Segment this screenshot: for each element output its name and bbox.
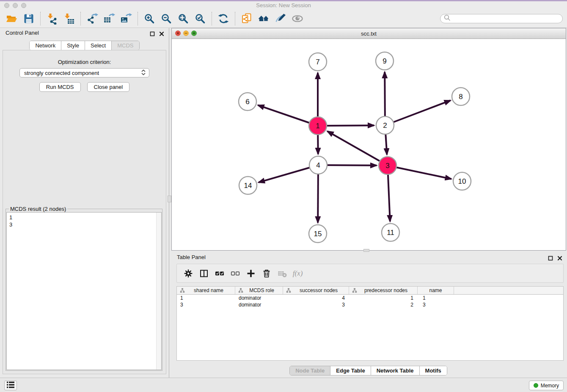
- table-cell[interactable]: 3: [177, 302, 235, 308]
- columns-button[interactable]: [196, 265, 212, 282]
- graph-node-4[interactable]: 4: [309, 156, 327, 174]
- clone-network-button[interactable]: [238, 11, 255, 27]
- deselect-all-button[interactable]: [227, 265, 243, 282]
- graph-node-10[interactable]: 10: [453, 172, 471, 190]
- export-image-button[interactable]: [118, 11, 135, 27]
- vertical-splitter-handle[interactable]: [168, 196, 171, 202]
- maximize-window-button[interactable]: [21, 3, 26, 8]
- tab-style[interactable]: Style: [61, 41, 85, 50]
- svg-text:4: 4: [316, 161, 320, 169]
- column-header-successor-nodes[interactable]: successor nodes: [283, 287, 349, 294]
- zoom-out-button[interactable]: [158, 11, 175, 27]
- graph-node-2[interactable]: 2: [376, 116, 394, 134]
- network-zoom-icon[interactable]: [191, 30, 197, 36]
- graph-node-9[interactable]: 9: [376, 52, 394, 70]
- tab-network[interactable]: Network: [30, 41, 61, 50]
- tab-network-table[interactable]: Network Table: [371, 366, 420, 375]
- zoom-selected-button[interactable]: [192, 11, 209, 27]
- memory-button[interactable]: Memory: [529, 381, 564, 390]
- tab-select[interactable]: Select: [85, 41, 112, 50]
- export-table-button[interactable]: [101, 11, 118, 27]
- task-history-button[interactable]: [4, 381, 17, 390]
- mcds-result-textarea[interactable]: 1 3: [6, 212, 162, 370]
- run-mcds-button[interactable]: Run MCDS: [39, 82, 81, 92]
- zoom-fit-icon: [177, 13, 189, 25]
- svg-text:15: 15: [314, 230, 322, 238]
- search-input[interactable]: [451, 15, 562, 22]
- table-row[interactable]: 1dominator411: [177, 295, 563, 301]
- graph-edge-3-1[interactable]: [328, 131, 388, 166]
- table-cell[interactable]: 1: [349, 295, 418, 301]
- minimize-window-button[interactable]: [13, 3, 18, 8]
- zoom-in-icon: [143, 13, 155, 25]
- gear-button[interactable]: [180, 265, 196, 282]
- column-header-shared-name[interactable]: shared name: [177, 287, 235, 294]
- network-close-icon[interactable]: [175, 30, 181, 36]
- graph-node-11[interactable]: 11: [382, 224, 399, 241]
- tab-edge-table[interactable]: Edge Table: [330, 366, 371, 375]
- close-window-button[interactable]: [4, 3, 9, 8]
- open-folder-button[interactable]: [3, 11, 20, 27]
- eye-button[interactable]: [289, 11, 306, 27]
- graph-edge-3-10[interactable]: [388, 166, 451, 179]
- graph-node-1[interactable]: 1: [309, 117, 327, 135]
- search-box[interactable]: [440, 14, 563, 23]
- network-window-titlebar[interactable]: scc.txt: [172, 28, 566, 39]
- column-header-predecessor-nodes[interactable]: predecessor nodes: [349, 287, 418, 294]
- table-row[interactable]: 3dominator323: [177, 301, 563, 308]
- table-cell[interactable]: 4: [283, 295, 349, 301]
- table-cell[interactable]: 3: [418, 302, 454, 308]
- home-button[interactable]: [255, 11, 272, 27]
- delete-row-button[interactable]: [259, 265, 274, 282]
- table-cell[interactable]: 1: [418, 295, 454, 301]
- export-network-button[interactable]: [84, 11, 101, 27]
- graph-node-8[interactable]: 8: [452, 88, 470, 105]
- graph-node-6[interactable]: 6: [239, 93, 256, 110]
- column-type-icon: [238, 288, 243, 293]
- column-header-MCDS-role[interactable]: MCDS role: [235, 287, 283, 294]
- zoom-fit-button[interactable]: [175, 11, 192, 27]
- svg-text:3: 3: [385, 162, 389, 170]
- network-canvas[interactable]: 7968124314101511: [172, 39, 566, 250]
- memory-status-icon: [534, 383, 538, 388]
- close-panel-button[interactable]: Close panel: [87, 82, 130, 92]
- float-panel-icon[interactable]: [149, 31, 155, 37]
- graph-node-7[interactable]: 7: [309, 53, 327, 71]
- delete-table-button[interactable]: [274, 265, 290, 282]
- close-panel-icon[interactable]: [159, 31, 165, 37]
- table-panel-buttons: [548, 255, 563, 261]
- graph-node-14[interactable]: 14: [239, 177, 257, 194]
- column-header-name[interactable]: name: [418, 287, 454, 294]
- result-scrollbar[interactable]: [156, 213, 161, 370]
- table-cell[interactable]: dominator: [235, 302, 283, 308]
- network-minimize-icon[interactable]: [183, 30, 189, 36]
- graph-node-15[interactable]: 15: [309, 225, 327, 243]
- function-icon: f(x): [293, 269, 303, 278]
- select-all-button[interactable]: [212, 265, 227, 282]
- delete-row-icon: [262, 269, 271, 278]
- tab-mcds[interactable]: MCDS: [112, 41, 139, 50]
- import-table-button[interactable]: [61, 11, 77, 27]
- table-cell[interactable]: 3: [283, 302, 349, 308]
- tab-node-table[interactable]: Node Table: [290, 366, 330, 375]
- table-header-row: shared nameMCDS rolesuccessor nodesprede…: [177, 287, 563, 295]
- table-cell[interactable]: 1: [177, 295, 235, 301]
- table-cell[interactable]: dominator: [235, 295, 283, 301]
- float-table-panel-icon[interactable]: [548, 255, 553, 261]
- import-network-button[interactable]: [44, 11, 61, 27]
- tab-motifs[interactable]: Motifs: [420, 366, 447, 375]
- toolbar-separator: [212, 12, 212, 25]
- refresh-button[interactable]: [215, 11, 232, 27]
- function-button[interactable]: f(x): [290, 265, 306, 282]
- graph-node-3[interactable]: 3: [379, 157, 396, 174]
- save-button[interactable]: [20, 11, 37, 27]
- table-cell[interactable]: 2: [349, 302, 418, 308]
- graph-edge-1-6[interactable]: [258, 105, 318, 126]
- zoom-in-button[interactable]: [141, 11, 158, 27]
- horizontal-splitter-handle[interactable]: [363, 249, 369, 252]
- add-row-button[interactable]: [243, 265, 259, 282]
- style-brush-button[interactable]: [272, 11, 289, 27]
- graph-edge-2-8[interactable]: [385, 100, 451, 125]
- close-table-panel-icon[interactable]: [557, 255, 563, 261]
- optimization-criterion-dropdown[interactable]: strongly connected component: [19, 68, 149, 77]
